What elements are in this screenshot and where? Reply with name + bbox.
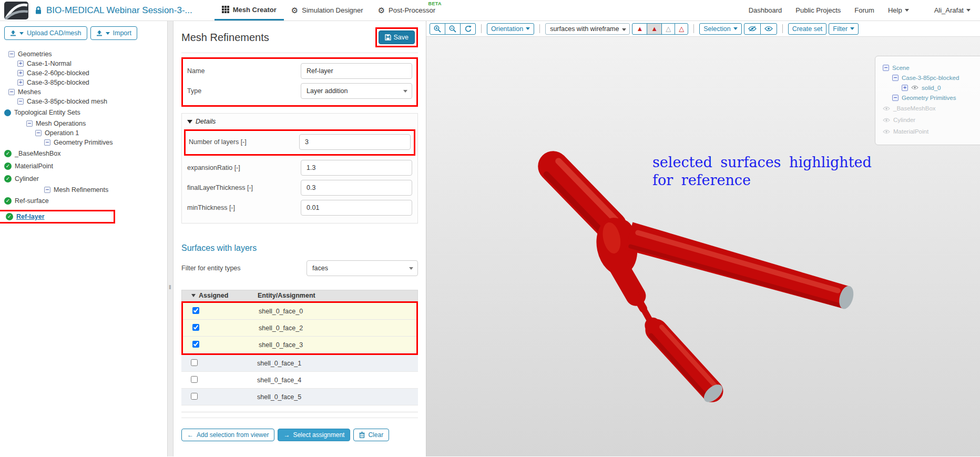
final-layer-thickness-input[interactable] (301, 180, 412, 196)
tree-item-meshes[interactable]: −Meshes (4, 87, 163, 97)
table-row[interactable]: shell_0_face_2 (183, 320, 416, 337)
filter-dropdown[interactable]: Filter (829, 23, 859, 35)
table-row[interactable]: shell_0_face_3 (183, 337, 416, 353)
eye-icon[interactable] (883, 118, 890, 123)
name-input[interactable] (301, 63, 412, 79)
user-menu[interactable]: Ali_Arafat (934, 6, 971, 14)
tree-item-cylinder[interactable]: ✓Cylinder (4, 172, 163, 185)
number-of-layers-input[interactable] (299, 134, 411, 150)
expansion-ratio-input[interactable] (301, 160, 412, 176)
collapse-icon[interactable]: − (44, 139, 50, 146)
table-row[interactable]: shell_0_face_0 (183, 303, 416, 320)
expand-icon[interactable]: + (17, 70, 24, 76)
table-row[interactable]: shell_0_face_5 (181, 389, 418, 405)
viewer-canvas[interactable]: selected surfaces highlighted for refere… (426, 37, 980, 456)
tree-item-ref-surface[interactable]: ✓Ref-surface (4, 195, 163, 207)
show-selected-button[interactable] (760, 23, 777, 35)
scene-tree-item-basemeshbox[interactable]: _BaseMeshBox (883, 103, 980, 114)
scene-tree-item-solid-0[interactable]: + solid_0 (883, 83, 980, 93)
collapse-triangle-icon[interactable] (187, 120, 192, 124)
hide-selected-button[interactable] (744, 23, 761, 35)
wireframe-triangle-icon: △ (666, 25, 671, 32)
expand-icon[interactable]: + (17, 79, 24, 86)
chevron-down-icon (850, 27, 854, 30)
table-row[interactable]: shell_0_face_4 (181, 372, 418, 389)
clear-button[interactable]: Clear (353, 429, 389, 441)
scene-tree-item-scene[interactable]: −Scene (883, 63, 980, 73)
scene-tree-item-geometry-primitives[interactable]: −Geometry Primitives (883, 93, 980, 103)
scene-tree-item-materialpoint[interactable]: MaterialPoint (883, 126, 980, 137)
tree-item-case-1[interactable]: +Case-1-Normal (4, 59, 163, 68)
tree-item-operation-1[interactable]: −Operation 1 (4, 128, 163, 138)
render-surfaces-button[interactable]: ▲ (632, 23, 647, 35)
tree-item-basemeshbox[interactable]: ✓_BaseMeshBox (4, 147, 163, 160)
left-arrow-icon: ← (187, 431, 193, 439)
tab-post-processor[interactable]: BETA ⚙ Post-Processor (371, 0, 443, 21)
save-button[interactable]: Save (379, 31, 415, 44)
add-selection-from-viewer-button[interactable]: ← Add selection from viewer (181, 429, 274, 441)
tree-item-case-3[interactable]: +Case-3-85pc-blocked (4, 78, 163, 87)
name-type-annotation-box: Name Type Layer addition (181, 57, 418, 107)
import-button[interactable]: Import (90, 26, 137, 40)
splitter-grip-icon[interactable]: ‖ (169, 284, 172, 290)
type-select[interactable]: Layer addition (301, 83, 412, 99)
nav-link-forum[interactable]: Forum (854, 6, 874, 14)
assignment-table-header: Assigned Entity/Assignment (181, 290, 418, 301)
render-mode-select[interactable]: surfaces with wireframe (545, 23, 630, 35)
tree-item-case-2[interactable]: +Case-2-60pc-blocked (4, 68, 163, 78)
collapse-icon[interactable]: − (8, 51, 15, 57)
row-checkbox[interactable] (191, 359, 198, 366)
collapse-icon[interactable]: − (26, 120, 33, 127)
row-checkbox[interactable] (192, 307, 199, 314)
select-assignment-button[interactable]: → Select assignment (278, 429, 350, 441)
zoom-in-button[interactable] (430, 23, 445, 35)
tree-item-geometry-primitives[interactable]: −Geometry Primitives (4, 138, 163, 147)
details-section: Details Number of layers [-] expansionRa… (181, 113, 418, 224)
nav-menu-help[interactable]: Help (888, 6, 909, 14)
collapse-icon[interactable]: − (892, 95, 899, 101)
tree-item-materialpoint[interactable]: ✓MaterialPoint (4, 160, 163, 172)
collapse-icon[interactable]: − (35, 130, 42, 136)
tree-item-mesh-refinements[interactable]: −Mesh Refinements (4, 185, 163, 195)
create-set-button[interactable]: Create set (788, 23, 827, 35)
tree-item-case-3-mesh[interactable]: −Case-3-85pc-blocked mesh (4, 97, 163, 106)
row-checkbox[interactable] (191, 376, 198, 383)
row-checkbox[interactable] (191, 393, 198, 400)
reset-view-button[interactable] (460, 23, 476, 35)
render-points-button[interactable]: △ (675, 23, 688, 35)
entity-type-filter-select[interactable]: faces (307, 260, 418, 276)
upload-cad-mesh-button[interactable]: Upload CAD/mesh (4, 26, 87, 40)
tree-item-mesh-operations[interactable]: −Mesh Operations (4, 119, 163, 128)
row-checkbox[interactable] (192, 341, 199, 348)
table-row[interactable]: shell_0_face_1 (181, 355, 418, 372)
eye-icon[interactable] (883, 129, 890, 134)
panel-splitter[interactable]: ‖ (167, 21, 173, 456)
collapse-icon[interactable]: − (17, 98, 24, 105)
sort-icon[interactable] (191, 294, 196, 297)
tree-item-ref-layer[interactable]: ✓ Ref-layer (4, 207, 163, 226)
render-surfaces-wireframe-button[interactable]: ▲ (647, 23, 662, 35)
eye-icon[interactable] (911, 85, 918, 90)
collapse-icon[interactable]: − (892, 75, 899, 81)
collapse-icon[interactable]: − (44, 187, 50, 193)
scene-tree-item-case-3[interactable]: −Case-3-85pc-blocked (883, 73, 980, 83)
row-checkbox[interactable] (192, 324, 199, 331)
collapse-icon[interactable]: − (883, 65, 889, 71)
nav-link-public-projects[interactable]: Public Projects (795, 6, 841, 14)
nav-link-dashboard[interactable]: Dashboard (749, 6, 782, 14)
selection-dropdown[interactable]: Selection (699, 23, 741, 35)
collapse-icon[interactable]: − (8, 89, 15, 95)
zoom-out-button[interactable] (445, 23, 461, 35)
orientation-dropdown[interactable]: Orientation (487, 23, 534, 35)
tree-item-geometries[interactable]: −Geometries (4, 49, 163, 59)
tab-mesh-creator[interactable]: Mesh Creator (215, 0, 284, 21)
eye-icon[interactable] (883, 106, 890, 111)
render-wireframe-button[interactable]: △ (661, 23, 675, 35)
tree-item-topological-entity-sets[interactable]: Topological Entity Sets (4, 106, 163, 119)
expand-icon[interactable]: + (17, 60, 24, 67)
chevron-down-icon (526, 27, 530, 30)
tab-simulation-designer[interactable]: ⚙ Simulation Designer (284, 0, 371, 21)
scene-tree-item-cylinder[interactable]: Cylinder (883, 114, 980, 126)
min-thickness-input[interactable] (301, 200, 412, 216)
expand-icon[interactable]: + (902, 85, 908, 91)
